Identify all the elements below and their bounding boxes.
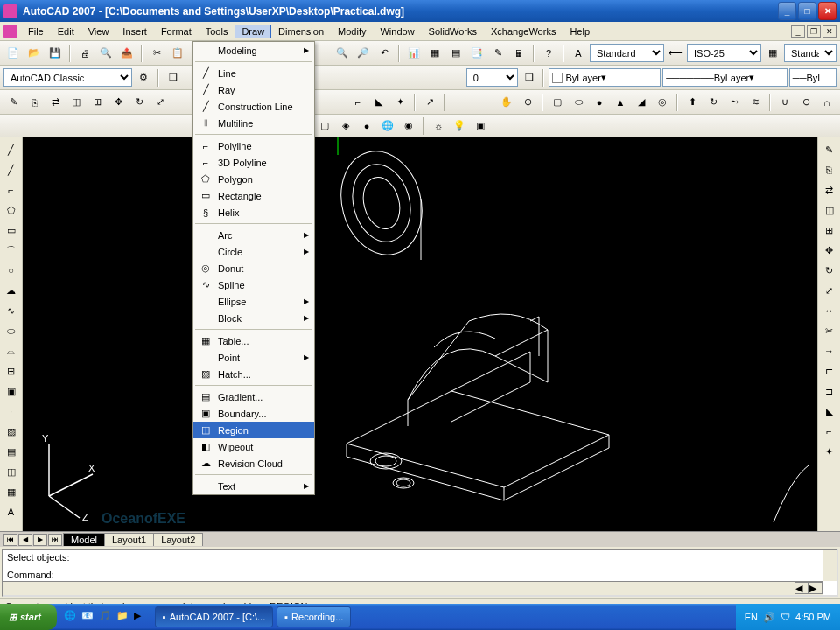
draw-menu-3d-polyline[interactable]: ⌐3D Polyline xyxy=(193,154,314,171)
ellipse-tool[interactable]: ⬭ xyxy=(3,322,20,340)
close-button[interactable]: ✕ xyxy=(818,2,836,20)
make-block-tool[interactable]: ▣ xyxy=(3,382,20,400)
linetype-combo[interactable]: ─────── ByLayer ▾ xyxy=(662,68,788,87)
draw-menu-point[interactable]: Point▶ xyxy=(193,349,314,366)
realistic-button[interactable]: 🌐 xyxy=(378,116,397,136)
draw-menu-arc[interactable]: Arc▶ xyxy=(193,227,314,243)
copy-button[interactable]: 📋 xyxy=(168,44,187,63)
tab-first-button[interactable]: ⏮ xyxy=(4,534,18,546)
minimize-button[interactable]: _ xyxy=(778,2,796,20)
workspace-settings-button[interactable]: ⚙ xyxy=(134,68,153,88)
ellipse-arc-tool[interactable]: ⌓ xyxy=(3,342,20,360)
menu-modify[interactable]: Modify xyxy=(331,24,373,38)
conceptual-button[interactable]: ◉ xyxy=(399,116,418,136)
calc-button[interactable]: 🖩 xyxy=(509,44,528,63)
command-scroll-h[interactable]: ◀▶ xyxy=(4,581,822,595)
tab-model[interactable]: Model xyxy=(63,533,105,546)
publish-button[interactable]: 📤 xyxy=(117,44,136,63)
sweep-button[interactable]: ⤳ xyxy=(724,93,744,112)
table-tool[interactable]: ▦ xyxy=(3,483,20,500)
offset-tool[interactable]: ◫ xyxy=(821,201,838,219)
draw-menu-revision-cloud[interactable]: ☁Revision Cloud xyxy=(193,455,314,472)
quicklaunch-icon[interactable]: 🌐 xyxy=(64,610,78,624)
hidden-button[interactable]: ● xyxy=(357,116,376,136)
quicklaunch-icon[interactable]: 📧 xyxy=(81,610,95,624)
array-button[interactable]: ⊞ xyxy=(88,93,107,112)
ucs-button[interactable]: ↗ xyxy=(420,93,439,112)
rotate-button[interactable]: ↻ xyxy=(130,93,149,112)
polyline-tool[interactable]: ⌐ xyxy=(3,181,20,199)
draw-menu-boundary-[interactable]: ▣Boundary... xyxy=(193,405,314,422)
zoom-window-button[interactable]: 🔎 xyxy=(354,44,373,63)
menu-dimension[interactable]: Dimension xyxy=(271,24,331,38)
move-button[interactable]: ✥ xyxy=(108,93,128,112)
3dwireframe-button[interactable]: ◈ xyxy=(336,116,355,136)
rectangle-tool[interactable]: ▭ xyxy=(3,221,20,239)
tray-lang[interactable]: EN xyxy=(745,612,758,622)
help-button[interactable]: ? xyxy=(539,44,558,63)
revolve-button[interactable]: ↻ xyxy=(704,93,723,112)
mdi-close-button[interactable]: ✕ xyxy=(822,25,836,38)
taskbar-task[interactable]: ▪AutoCAD 2007 - [C:\... xyxy=(155,606,273,627)
tray-volume-icon[interactable]: 🔊 xyxy=(763,612,775,623)
array-tool[interactable]: ⊞ xyxy=(821,221,838,239)
gradient-tool[interactable]: ▤ xyxy=(3,443,20,460)
layer-combo[interactable]: 0 xyxy=(466,68,518,87)
wedge-button[interactable]: ◢ xyxy=(632,93,651,112)
menu-help[interactable]: Help xyxy=(563,24,597,38)
quicklaunch-icon[interactable]: 📁 xyxy=(116,610,130,624)
plot-preview-button[interactable]: 🔍 xyxy=(96,44,116,63)
tab-last-button[interactable]: ⏭ xyxy=(48,534,62,546)
draw-menu-ellipse[interactable]: Ellipse▶ xyxy=(193,293,314,310)
zoom-realtime-button[interactable]: 🔍 xyxy=(332,44,352,63)
3d-orbit-button[interactable]: ⊕ xyxy=(518,93,537,112)
scale-tool[interactable]: ⤢ xyxy=(821,282,838,299)
zoom-previous-button[interactable]: ↶ xyxy=(374,44,394,63)
tab-layout2[interactable]: Layout2 xyxy=(153,533,203,546)
chamfer-button[interactable]: ◣ xyxy=(369,93,388,112)
mirror-tool[interactable]: ⇄ xyxy=(821,181,838,199)
torus-button[interactable]: ◎ xyxy=(653,93,672,112)
drawing-canvas[interactable]: Y X Z OceanofEXE ↖ xyxy=(23,137,817,531)
draw-menu-ray[interactable]: ╱Ray xyxy=(193,81,314,98)
start-button[interactable]: ⊞start xyxy=(0,604,57,630)
2dwireframe-button[interactable]: ▢ xyxy=(315,116,334,136)
fillet-button[interactable]: ⌐ xyxy=(348,93,368,112)
draw-menu-construction-line[interactable]: ╱Construction Line xyxy=(193,98,314,115)
draw-menu-circle[interactable]: Circle▶ xyxy=(193,243,314,260)
erase-tool[interactable]: ✎ xyxy=(821,141,838,158)
maximize-button[interactable]: □ xyxy=(798,2,816,20)
menu-view[interactable]: View xyxy=(81,24,116,38)
draw-menu-modeling[interactable]: Modeling▶ xyxy=(193,42,314,59)
color-combo[interactable]: ByLayer ▾ xyxy=(549,68,661,87)
cylinder-button[interactable]: ⬭ xyxy=(569,93,588,112)
mtext-tool[interactable]: A xyxy=(3,503,20,521)
command-scroll-v[interactable] xyxy=(822,550,836,581)
sphere-button[interactable]: ● xyxy=(590,93,609,112)
3d-pan-button[interactable]: ✋ xyxy=(497,93,516,112)
text-style-combo[interactable]: Standard xyxy=(590,44,664,62)
draw-menu-spline[interactable]: ∿Spline xyxy=(193,276,314,293)
join-tool[interactable]: ⊐ xyxy=(821,382,838,400)
trim-tool[interactable]: ✂ xyxy=(821,322,838,340)
chamfer-tool[interactable]: ◣ xyxy=(821,402,838,420)
save-button[interactable]: 💾 xyxy=(46,44,65,63)
draw-menu-polyline[interactable]: ⌐Polyline xyxy=(193,137,314,154)
menu-xchangeworks[interactable]: XchangeWorks xyxy=(484,24,563,38)
menu-insert[interactable]: Insert xyxy=(116,24,154,38)
menu-edit[interactable]: Edit xyxy=(51,24,81,38)
loft-button[interactable]: ≋ xyxy=(746,93,765,112)
region-tool[interactable]: ◫ xyxy=(3,463,20,480)
draw-menu-region[interactable]: ◫Region xyxy=(193,422,314,438)
light-button[interactable]: 💡 xyxy=(450,116,469,136)
mirror-button[interactable]: ⇄ xyxy=(46,93,65,112)
copy-obj-button[interactable]: ⎘ xyxy=(24,93,44,112)
tray-shield-icon[interactable]: 🛡 xyxy=(780,612,790,622)
copy-tool[interactable]: ⎘ xyxy=(821,161,838,178)
line-tool[interactable]: ╱ xyxy=(3,141,20,158)
render-button[interactable]: ☼ xyxy=(429,116,448,136)
menu-draw[interactable]: Draw xyxy=(234,24,271,38)
erase-button[interactable]: ✎ xyxy=(4,93,23,112)
draw-menu-wipeout[interactable]: ◧Wipeout xyxy=(193,438,314,455)
tab-next-button[interactable]: ▶ xyxy=(33,534,47,546)
